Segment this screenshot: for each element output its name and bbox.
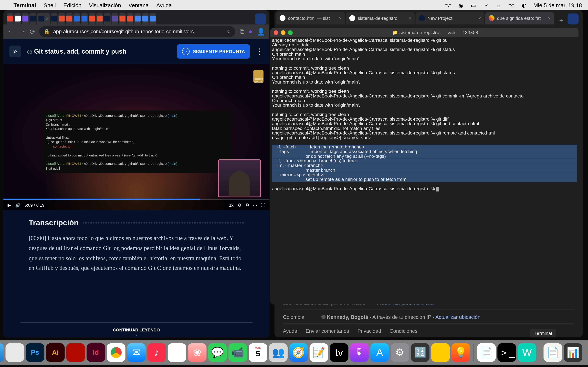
illustrator-icon[interactable]: Ai <box>46 343 65 362</box>
mail-icon[interactable]: ✉ <box>127 343 146 362</box>
acrobat-icon[interactable] <box>66 343 85 362</box>
menubar-datetime[interactable]: Mié 5 de mar. 19:18 <box>533 2 582 8</box>
tab-item[interactable] <box>89 13 95 25</box>
close-window-button[interactable] <box>274 30 278 35</box>
tab-active[interactable]: × <box>37 13 50 25</box>
tab-google-search[interactable]: que significa esto: fat× <box>485 12 554 25</box>
menu-vis[interactable]: Visualización <box>89 2 121 8</box>
extensions-icon[interactable]: ⧉ <box>240 28 244 35</box>
next-question-button[interactable]: → SIGUIENTE PREGUNTA <box>177 44 250 59</box>
reload-button[interactable]: ⟳ <box>30 28 35 36</box>
close-icon[interactable]: × <box>339 16 342 21</box>
maximize-window-button[interactable] <box>288 30 293 35</box>
tab-item[interactable] <box>14 13 21 25</box>
close-icon[interactable]: × <box>478 16 481 21</box>
update-location-link[interactable]: Actualizar ubicación <box>435 314 481 320</box>
notes-icon[interactable]: 📝 <box>310 343 328 362</box>
terminal-body[interactable]: angelicacarrascal@MacBook-Pro-de-Angelic… <box>270 37 579 305</box>
tab-item[interactable] <box>127 13 133 25</box>
menu-shell[interactable]: Shell <box>44 2 56 8</box>
tab-item[interactable] <box>30 13 36 25</box>
tab-item[interactable] <box>149 13 156 25</box>
battery-icon[interactable]: ▭ <box>470 2 477 8</box>
app-icon[interactable]: W <box>518 343 536 362</box>
music-icon[interactable]: ♪ <box>147 343 166 362</box>
indesign-icon[interactable]: Id <box>87 343 105 362</box>
tab-item[interactable] <box>58 13 65 25</box>
textedit-icon[interactable]: 📄 <box>477 343 496 362</box>
forward-button[interactable]: → <box>18 28 25 35</box>
notes2-icon[interactable] <box>431 343 450 362</box>
photos-icon[interactable]: ❀ <box>188 343 206 362</box>
maps-icon[interactable]: 🗺 <box>168 343 186 362</box>
menu-edicion[interactable]: Edición <box>63 2 81 8</box>
back-button[interactable]: ← <box>8 28 14 35</box>
chrome-expand-button[interactable] <box>255 13 266 25</box>
footer-comentarios[interactable]: Enviar comentarios <box>306 328 349 334</box>
facetime-icon[interactable]: 📹 <box>229 343 247 362</box>
tab-item[interactable] <box>73 13 80 25</box>
menubar-app-name[interactable]: Terminal <box>13 2 36 8</box>
appletv-icon[interactable]: tv <box>330 343 348 362</box>
contacts-icon[interactable]: 👥 <box>269 343 288 362</box>
fullscreen-icon[interactable]: ⛶ <box>261 203 265 207</box>
record-icon[interactable]: ◉ <box>458 2 464 8</box>
theater-icon[interactable]: ▭ <box>253 203 257 207</box>
trash-icon[interactable]: 🗑 <box>584 343 588 362</box>
extension-icon[interactable]: ● <box>248 28 252 35</box>
profile-icon[interactable]: 👤 <box>257 28 265 36</box>
footer-privacidad[interactable]: Privacidad <box>357 328 381 334</box>
bluetooth-icon[interactable]: ⌥ <box>445 2 451 8</box>
tab-newproject[interactable]: New Project× <box>415 12 484 25</box>
control-center-icon[interactable]: ⌥ <box>508 2 515 8</box>
calculator-icon[interactable]: 🔢 <box>411 343 430 362</box>
tab-item[interactable] <box>51 13 57 25</box>
minimize-window-button[interactable] <box>281 30 285 35</box>
volume-icon[interactable]: 🔊 <box>15 203 20 207</box>
tab-item[interactable] <box>66 13 73 25</box>
playback-speed[interactable]: 1x <box>229 203 233 207</box>
calendar-icon[interactable]: MAR5 <box>249 343 267 362</box>
more-icon[interactable]: ⋮ <box>256 47 263 56</box>
appstore-icon[interactable]: A <box>370 343 389 362</box>
launchpad-icon[interactable] <box>5 343 24 362</box>
safari-icon[interactable]: 🧭 <box>289 343 308 362</box>
tab-item[interactable] <box>22 13 29 25</box>
wifi-icon[interactable]: ⌔ <box>483 2 489 8</box>
menu-ventana[interactable]: Ventana <box>129 2 149 8</box>
tab-item[interactable] <box>81 13 88 25</box>
folder-icon[interactable]: 📊 <box>564 343 582 362</box>
url-bar[interactable]: 🔒 app.aluracursos.com/course/git-github-… <box>39 26 235 37</box>
tab-item[interactable] <box>142 13 149 25</box>
tab-item[interactable] <box>112 13 118 25</box>
sidebar-toggle-button[interactable]: » <box>9 46 21 57</box>
tab-item[interactable] <box>119 13 126 25</box>
tab-contacto[interactable]: contacto.html — sist× <box>276 12 345 25</box>
footer-condiciones[interactable]: Condiciones <box>390 328 417 334</box>
tips-icon[interactable]: 💡 <box>451 343 470 362</box>
tab-item[interactable] <box>7 13 13 25</box>
footer-ayuda[interactable]: Ayuda <box>283 328 297 334</box>
terminal-dock-icon[interactable]: ＞_ <box>497 343 516 362</box>
close-icon[interactable]: × <box>46 16 49 21</box>
continue-reading-button[interactable]: CONTINUAR LEYENDO ⌄ <box>3 322 269 337</box>
finder-icon[interactable] <box>0 343 4 362</box>
close-icon[interactable]: × <box>409 16 411 21</box>
photoshop-icon[interactable]: Ps <box>26 343 44 362</box>
star-icon[interactable]: ☆ <box>226 29 231 34</box>
settings-icon[interactable]: ⚙ <box>391 343 409 362</box>
tab-sistema[interactable]: sistema-de-registro× <box>346 12 415 25</box>
close-icon[interactable]: × <box>548 16 551 21</box>
pip-icon[interactable]: ⧉ <box>246 202 249 208</box>
siri-icon[interactable]: ◐ <box>521 2 527 8</box>
tab-item[interactable] <box>96 13 103 25</box>
video-player[interactable]: Programa Speci PC alura@Alura MINGW64 ~/… <box>3 64 269 210</box>
messages-icon[interactable]: 💬 <box>208 343 227 362</box>
podcasts-icon[interactable]: 🎙 <box>350 343 369 362</box>
chrome-icon[interactable] <box>107 343 125 362</box>
play-icon[interactable]: ▶ <box>8 203 11 207</box>
gear-icon[interactable]: ⚙ <box>238 203 242 207</box>
search-icon[interactable]: ⌕ <box>495 2 502 8</box>
doc-icon[interactable]: 📄 <box>544 343 562 362</box>
tab-item[interactable] <box>134 13 141 25</box>
